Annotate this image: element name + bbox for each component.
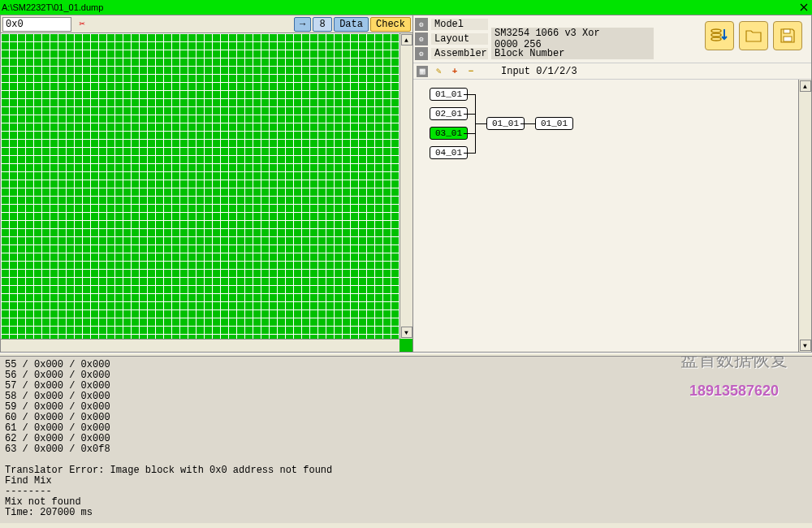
add-icon[interactable]: + [449, 66, 460, 77]
node-04-01[interactable]: 04_01 [430, 146, 468, 159]
data-button[interactable]: Data [334, 17, 369, 32]
window-titlebar: A:\SM2232T\01_01.dump [0, 0, 812, 15]
open-folder-button[interactable] [739, 21, 768, 50]
log-text: 55 / 0x000 / 0x000 56 / 0x000 / 0x000 57… [5, 359, 332, 518]
right-panel: ⚙ Model ⚙ Layout SM3254 1066 v3 Xor 0000… [413, 15, 811, 352]
model-label: Model [431, 19, 488, 30]
scroll-down-icon[interactable]: ▼ [800, 340, 811, 351]
gear-icon[interactable]: ⚙ [415, 32, 428, 45]
scroll-down-icon[interactable]: ▼ [401, 327, 412, 338]
node-03-01[interactable]: 03_01 [430, 127, 468, 140]
layout-label: Layout [431, 33, 488, 45]
log-output[interactable]: 55 / 0x000 / 0x000 56 / 0x000 / 0x000 57… [0, 357, 812, 523]
main-container: ✂ → 8 Data Check ▲ ▼ ⚙ Model ⚙ [0, 15, 812, 353]
input-channels-label: Input 0/1/2/3 [501, 66, 577, 77]
node-01-01[interactable]: 01_01 [430, 88, 468, 101]
save-button[interactable] [773, 21, 802, 50]
remove-icon[interactable]: − [465, 66, 477, 77]
process-button[interactable] [705, 21, 734, 50]
window-title: A:\SM2232T\01_01.dump [2, 2, 103, 12]
check-button[interactable]: Check [370, 17, 411, 32]
assembler-label: Assembler [431, 48, 488, 59]
node-merge-1[interactable]: 01_01 [486, 117, 525, 130]
svg-point-2 [711, 37, 721, 41]
watermark-line2: 18913587620 [680, 386, 788, 396]
statusbar [0, 525, 812, 528]
svg-rect-4 [784, 37, 792, 41]
grid-scrollbar-vertical[interactable]: ▲ ▼ [400, 33, 412, 339]
svg-point-1 [711, 33, 721, 37]
gear-icon[interactable]: ⚙ [415, 18, 428, 31]
svg-rect-3 [784, 29, 790, 33]
watermark: 盘首数据恢复 18913587620 [680, 357, 788, 418]
watermark-line1: 盘首数据恢复 [680, 357, 788, 365]
scroll-up-icon[interactable]: ▲ [800, 80, 811, 92]
canvas-scrollbar-vertical[interactable]: ▲ ▼ [798, 80, 811, 352]
page-icon[interactable]: ▦ [417, 66, 428, 77]
scissors-icon[interactable]: ✂ [75, 17, 89, 32]
width-button[interactable]: 8 [313, 17, 332, 32]
assembler-value[interactable]: Block Number [491, 48, 654, 59]
node-merge-2[interactable]: 01_01 [535, 117, 573, 130]
gear-icon[interactable]: ⚙ [415, 47, 428, 60]
edit-icon[interactable]: ✎ [433, 66, 444, 77]
block-grid[interactable]: ▲ ▼ [1, 33, 412, 352]
goto-button[interactable]: → [294, 17, 311, 32]
right-subtoolbar: ▦ ✎ + − Input 0/1/2/3 [413, 63, 811, 80]
layout-value[interactable]: SM3254 1066 v3 Xor 0000_256 [491, 28, 654, 50]
address-input[interactable] [2, 17, 71, 32]
assembler-canvas[interactable]: 01_01 02_01 03_01 04_01 01_01 01_01 ▲ ▼ [413, 80, 811, 352]
node-02-01[interactable]: 02_01 [430, 107, 468, 120]
left-toolbar: ✂ → 8 Data Check [1, 15, 412, 33]
svg-point-0 [711, 29, 721, 32]
scroll-up-icon[interactable]: ▲ [401, 34, 412, 45]
left-panel: ✂ → 8 Data Check ▲ ▼ [1, 15, 413, 352]
grid-scrollbar-horizontal[interactable] [1, 339, 400, 352]
window-close-button[interactable] [797, 2, 810, 13]
right-icon-bar [705, 21, 802, 50]
